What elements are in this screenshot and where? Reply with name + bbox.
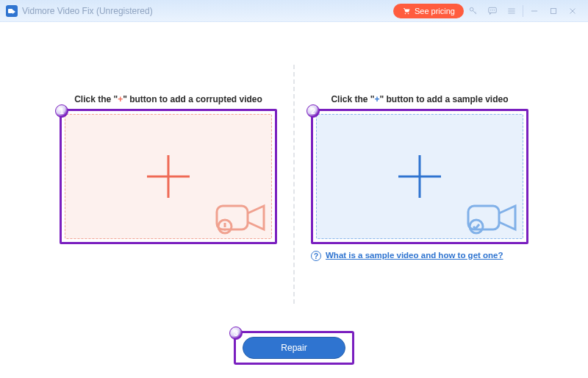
minimize-icon bbox=[529, 6, 539, 16]
maximize-button[interactable] bbox=[544, 0, 563, 22]
close-icon bbox=[567, 6, 578, 16]
menu-icon bbox=[506, 6, 517, 16]
title-bar: Vidmore Video Fix (Unregistered) See pri… bbox=[0, 0, 588, 22]
register-key-button[interactable] bbox=[464, 0, 483, 22]
repair-highlight-frame: 3 Repair bbox=[234, 331, 354, 365]
svg-point-5 bbox=[492, 10, 493, 10]
maximize-icon bbox=[548, 6, 559, 16]
window-title: Vidmore Video Fix (Unregistered) bbox=[22, 6, 153, 16]
feedback-icon bbox=[487, 6, 498, 16]
minimize-button[interactable] bbox=[525, 0, 544, 22]
main-content: Click the "+" button to add a corrupted … bbox=[0, 22, 588, 378]
question-icon: ? bbox=[311, 251, 321, 261]
corrupted-caption: Click the "+" button to add a corrupted … bbox=[74, 94, 262, 104]
sample-video-icon bbox=[467, 200, 518, 235]
corrupted-highlight-frame: 1 bbox=[60, 109, 277, 244]
feedback-button[interactable] bbox=[483, 0, 502, 22]
titlebar-separator bbox=[523, 5, 523, 17]
plus-icon bbox=[392, 149, 447, 204]
close-button[interactable] bbox=[563, 0, 582, 22]
plus-icon bbox=[141, 149, 196, 204]
app-icon bbox=[6, 5, 18, 17]
svg-rect-7 bbox=[551, 8, 556, 13]
add-sample-video-dropzone[interactable] bbox=[316, 114, 523, 239]
sample-help-row: ? What is a sample video and how to get … bbox=[311, 250, 528, 262]
svg-point-1 bbox=[408, 13, 409, 14]
svg-point-11 bbox=[224, 229, 226, 231]
drop-panels-row: Click the "+" button to add a corrupted … bbox=[0, 22, 588, 378]
svg-point-0 bbox=[405, 13, 406, 14]
step-badge-3: 3 bbox=[229, 327, 243, 340]
sample-highlight-frame: 2 bbox=[311, 109, 528, 244]
svg-point-6 bbox=[494, 10, 495, 10]
what-is-sample-video-link[interactable]: What is a sample video and how to get on… bbox=[326, 250, 503, 262]
sample-caption: Click the "+" button to add a sample vid… bbox=[331, 94, 508, 104]
corrupted-video-icon bbox=[215, 200, 267, 235]
step-badge-2: 2 bbox=[306, 104, 320, 118]
svg-point-2 bbox=[470, 7, 473, 11]
svg-point-4 bbox=[490, 10, 491, 10]
see-pricing-label: See pricing bbox=[415, 7, 455, 15]
key-icon bbox=[468, 6, 478, 16]
menu-button[interactable] bbox=[502, 0, 521, 22]
add-corrupted-video-dropzone[interactable] bbox=[65, 114, 272, 239]
step-badge-1: 1 bbox=[55, 104, 68, 118]
repair-button[interactable]: Repair bbox=[243, 337, 345, 359]
cart-icon bbox=[402, 7, 411, 15]
see-pricing-button[interactable]: See pricing bbox=[393, 4, 464, 18]
plus-icon: + bbox=[374, 94, 379, 104]
